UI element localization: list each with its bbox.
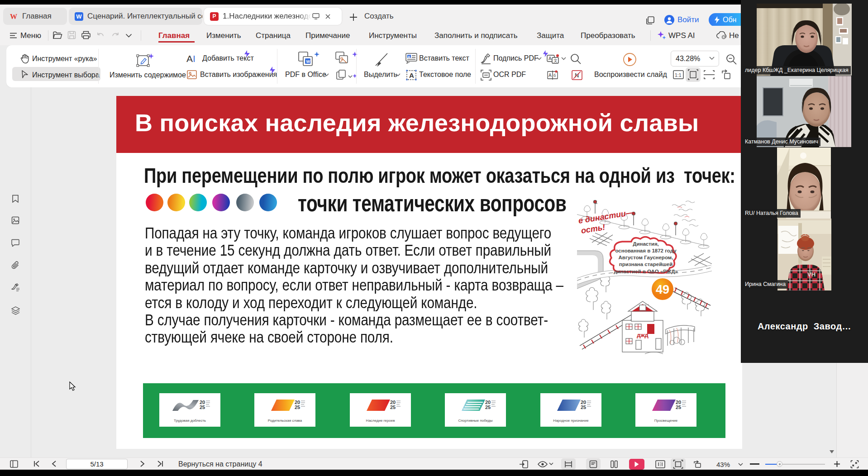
svg-text:25: 25 — [295, 405, 300, 410]
svg-text:джд: джд — [637, 332, 649, 338]
svg-text:25: 25 — [581, 405, 586, 410]
svg-text:25: 25 — [390, 405, 396, 410]
svg-text:основанная в 1872 году: основанная в 1872 году — [615, 248, 677, 253]
svg-text:25: 25 — [485, 405, 491, 410]
svg-text:династией в ОАО «РЖД»: династией в ОАО «РЖД» — [614, 269, 678, 274]
svg-text:49: 49 — [656, 283, 669, 296]
svg-text:25: 25 — [200, 405, 205, 410]
svg-text:1:1: 1:1 — [675, 72, 682, 78]
svg-text:е династии—: е династии— — [577, 208, 635, 225]
svg-text:W: W — [10, 13, 17, 20]
svg-text:A: A — [548, 73, 552, 78]
svg-text:б: б — [553, 73, 556, 78]
svg-text:W: W — [306, 59, 310, 64]
svg-text:VH: VH — [807, 271, 816, 278]
svg-text:文: 文 — [553, 58, 558, 63]
svg-text:Августом Гауснером,: Августом Гауснером, — [619, 255, 673, 260]
svg-text:25: 25 — [676, 405, 681, 410]
svg-text:A: A — [408, 55, 410, 58]
svg-text:признана старейшей: признана старейшей — [619, 262, 673, 267]
svg-text:Династия,: Династия, — [633, 241, 659, 247]
svg-text:A: A — [548, 56, 552, 61]
svg-text:A: A — [409, 71, 414, 79]
